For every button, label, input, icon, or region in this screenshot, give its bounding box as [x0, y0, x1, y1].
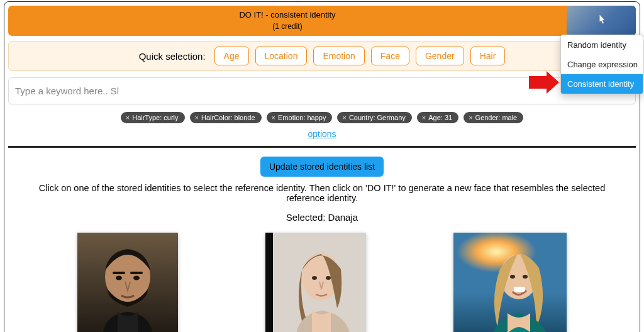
svg-point-17: [523, 275, 528, 279]
close-icon[interactable]: ×: [126, 114, 130, 121]
close-icon[interactable]: ×: [342, 114, 346, 121]
chip-emotion[interactable]: ×Emotion: happy: [267, 112, 333, 123]
app-panel: DO IT! - consistent identity (1 credit) …: [4, 1, 640, 332]
quick-btn-face[interactable]: Face: [371, 47, 409, 65]
pointer-icon: [594, 13, 609, 28]
selected-line: Selected: Danaja: [8, 212, 636, 223]
quick-btn-age[interactable]: Age: [214, 47, 249, 65]
svg-rect-8: [265, 233, 273, 332]
do-it-bar: DO IT! - consistent identity (1 credit): [8, 6, 636, 36]
selected-prefix: Selected:: [286, 212, 328, 223]
instructions-text: Click on one of the stored identities to…: [8, 183, 636, 203]
svg-rect-18: [514, 287, 525, 292]
svg-point-5: [133, 276, 140, 280]
close-icon[interactable]: ×: [469, 114, 472, 121]
quick-btn-gender[interactable]: Gender: [416, 47, 464, 65]
identity-thumb-3[interactable]: [453, 233, 567, 332]
svg-rect-7: [130, 272, 143, 274]
do-it-title: DO IT! - consistent identity: [239, 10, 335, 19]
svg-point-11: [312, 276, 317, 280]
dropdown-item-consistent-identity[interactable]: Consistent identity: [561, 74, 643, 94]
close-icon[interactable]: ×: [272, 114, 275, 121]
quick-selection-label: Quick selection:: [139, 51, 206, 62]
filter-chips-row: ×HairType: curly ×HairColor: blonde ×Emo…: [8, 112, 636, 123]
options-link[interactable]: options: [308, 129, 336, 139]
do-it-credit: (1 credit): [272, 22, 302, 31]
identity-thumb-2[interactable]: [265, 233, 366, 332]
quick-btn-emotion[interactable]: Emotion: [313, 47, 364, 65]
identities-row: [8, 233, 636, 332]
svg-point-4: [116, 276, 122, 280]
svg-marker-0: [529, 71, 559, 94]
chip-hairtype[interactable]: ×HairType: curly: [121, 112, 185, 123]
mode-dropdown-menu: Random identity Change expression Consis…: [560, 35, 643, 94]
options-row: options: [8, 128, 636, 140]
dropdown-item-random-identity[interactable]: Random identity: [561, 35, 643, 55]
chip-country[interactable]: ×Country: Germany: [337, 112, 411, 123]
svg-point-12: [326, 276, 331, 280]
do-it-label: DO IT! - consistent identity (1 credit): [8, 9, 567, 32]
close-icon[interactable]: ×: [422, 114, 426, 121]
chip-age[interactable]: ×Age: 31: [417, 112, 458, 123]
selected-name: Danaja: [328, 212, 358, 223]
quick-btn-location[interactable]: Location: [255, 47, 308, 65]
dropdown-item-change-expression[interactable]: Change expression: [561, 55, 643, 74]
close-icon[interactable]: ×: [195, 114, 199, 121]
divider: [8, 146, 636, 148]
chip-gender[interactable]: ×Gender: male: [464, 112, 523, 123]
svg-point-16: [510, 275, 515, 279]
annotation-arrow-icon: [529, 71, 559, 96]
mode-dropdown-button[interactable]: [567, 6, 636, 36]
chip-haircolor[interactable]: ×HairColor: blonde: [190, 112, 262, 123]
identity-thumb-1[interactable]: [77, 233, 178, 332]
quick-selection-bar: Quick selection: Age Location Emotion Fa…: [8, 41, 636, 71]
quick-btn-hair[interactable]: Hair: [470, 47, 506, 65]
update-identities-button[interactable]: Update stored identities list: [260, 157, 384, 177]
svg-rect-6: [113, 272, 125, 274]
